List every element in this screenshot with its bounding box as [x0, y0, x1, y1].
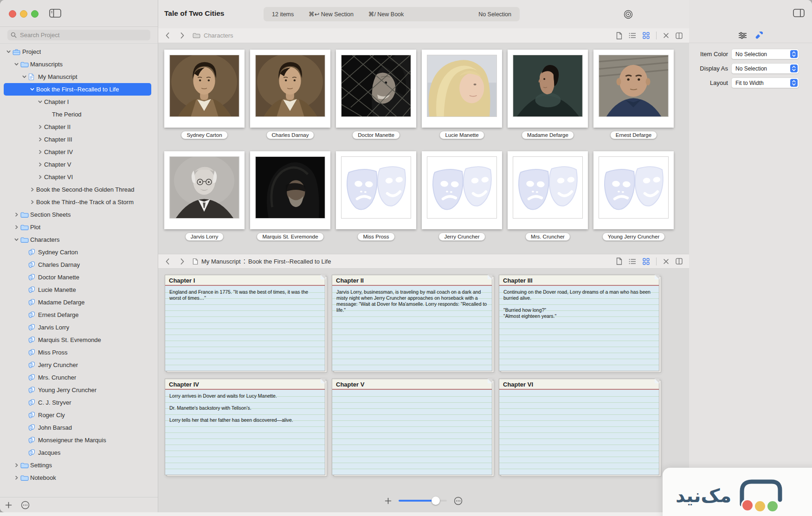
binder-item-marquis-st-evremonde[interactable]: Marquis St. Evremonde — [0, 334, 158, 346]
binder-item-chapter-ii[interactable]: Chapter II — [0, 121, 158, 133]
binder-item-c-j-stryver[interactable]: C. J. Stryver — [0, 396, 158, 409]
chevron-right-icon[interactable] — [36, 162, 44, 167]
index-card-chapter-iv[interactable]: Chapter IVLorry arrives in Dover and wai… — [165, 379, 325, 475]
add-item-button[interactable] — [5, 502, 12, 509]
chevron-right-icon[interactable] — [13, 463, 20, 468]
character-card-jarvis-lorry[interactable]: Jarvis Lorry — [164, 151, 245, 241]
forward-button[interactable] — [180, 32, 185, 39]
new-book-button[interactable]: ⌘/ New Book — [368, 11, 404, 18]
search-input[interactable] — [19, 31, 147, 39]
chevron-right-icon[interactable] — [36, 137, 44, 142]
sliders-icon[interactable] — [738, 32, 747, 39]
card-size-slider[interactable] — [399, 500, 447, 502]
binder-item-jacques[interactable]: Jacques — [0, 446, 158, 459]
split-view-icon[interactable] — [676, 32, 683, 39]
item-color-dropdown[interactable]: No Selection — [731, 49, 799, 59]
chevron-right-icon[interactable] — [36, 149, 44, 155]
decrease-size-icon[interactable] — [385, 497, 392, 504]
binder-item-sydney-carton[interactable]: Sydney Carton — [0, 246, 158, 258]
binder-item-section-sheets[interactable]: Section Sheets — [0, 208, 158, 221]
character-card-madame-defarge[interactable]: Madame Defarge — [508, 50, 588, 139]
binder-item-mrs-cruncher[interactable]: Mrs. Cruncher — [0, 371, 158, 384]
index-card-chapter-iii[interactable]: Chapter IIIContinuing on the Dover road,… — [499, 275, 659, 371]
chevron-right-icon[interactable] — [36, 124, 44, 129]
binder-item-book-the-third-the-track-of-a-storm[interactable]: Book the Third--the Track of a Storm — [0, 196, 158, 208]
character-card-marquis-st-evremonde[interactable]: Marquis St. Evremonde — [250, 151, 330, 241]
character-card-ernest-defarge[interactable]: Ernest Defarge — [593, 50, 674, 139]
chevron-right-icon[interactable] — [13, 475, 20, 480]
binder-item-john-barsad[interactable]: John Barsad — [0, 421, 158, 434]
chevron-right-icon[interactable] — [28, 187, 36, 192]
binder-item-manuscripts[interactable]: Manuscripts — [0, 58, 158, 71]
chevron-right-icon[interactable] — [36, 174, 44, 180]
binder-item-characters[interactable]: Characters — [0, 233, 158, 246]
forward-button[interactable] — [180, 258, 185, 265]
character-card-sydney-carton[interactable]: Sydney Carton — [164, 50, 245, 139]
inspector-toggle-icon[interactable] — [793, 9, 805, 19]
binder-item-miss-pross[interactable]: Miss Pross — [0, 346, 158, 359]
chevron-down-icon[interactable] — [20, 74, 28, 79]
more-options-button[interactable] — [454, 497, 463, 505]
binder-item-chapter-i[interactable]: Chapter I — [0, 96, 158, 108]
binder-item-charles-darnay[interactable]: Charles Darnay — [0, 258, 158, 271]
chevron-down-icon[interactable] — [13, 237, 20, 242]
character-card-mrs-cruncher[interactable]: Mrs. Cruncher — [508, 151, 588, 241]
binder-item-ernest-defarge[interactable]: Ernest Defarge — [0, 309, 158, 321]
binder-item-chapter-iii[interactable]: Chapter III — [0, 133, 158, 146]
paintbrush-icon[interactable] — [755, 32, 763, 39]
binder-item-my-manuscript[interactable]: My Manuscript — [0, 71, 158, 83]
character-card-lucie-manette[interactable]: Lucie Manette — [422, 50, 502, 139]
binder-item-lucie-manette[interactable]: Lucie Manette — [0, 284, 158, 296]
new-section-button[interactable]: ⌘↩ New Section — [309, 11, 354, 18]
index-card-chapter-i[interactable]: Chapter IEngland and France in 1775. "It… — [165, 275, 325, 371]
outline-view-icon[interactable] — [629, 258, 636, 264]
split-view-icon[interactable] — [676, 258, 683, 264]
close-window-button[interactable] — [9, 10, 16, 18]
display-as-dropdown[interactable]: No Selection — [731, 63, 799, 74]
binder-item-chapter-vi[interactable]: Chapter VI — [0, 171, 158, 183]
index-card-chapter-vi[interactable]: Chapter VI — [499, 379, 659, 475]
target-icon[interactable] — [623, 9, 633, 21]
chevron-right-icon[interactable] — [13, 225, 20, 230]
binder-item-the-period[interactable]: The Period — [0, 108, 158, 121]
close-pane-icon[interactable] — [663, 32, 669, 39]
back-button[interactable] — [165, 258, 170, 265]
sidebar-toggle-icon[interactable] — [49, 9, 61, 19]
chevron-right-icon[interactable] — [28, 200, 36, 205]
index-card-chapter-ii[interactable]: Chapter IIJarvis Lorry, businessman, is … — [332, 275, 492, 371]
binder-item-jarvis-lorry[interactable]: Jarvis Lorry — [0, 321, 158, 334]
slider-knob[interactable] — [432, 497, 440, 505]
binder-item-book-the-first-recalled-to-life[interactable]: Book the First--Recalled to Life — [4, 83, 151, 96]
character-card-jerry-cruncher[interactable]: Jerry Cruncher — [422, 151, 502, 241]
chevron-down-icon[interactable] — [13, 62, 20, 67]
character-card-miss-pross[interactable]: Miss Pross — [336, 151, 416, 241]
zoom-window-button[interactable] — [31, 10, 39, 18]
character-card-young-jerry-cruncher[interactable]: Young Jerry Cruncher — [593, 151, 674, 241]
binder-item-project[interactable]: Project — [0, 45, 158, 58]
binder-item-young-jerry-cruncher[interactable]: Young Jerry Cruncher — [0, 384, 158, 396]
layout-dropdown[interactable]: Fit to Width — [731, 77, 799, 88]
binder-item-doctor-manette[interactable]: Doctor Manette — [0, 271, 158, 284]
chevron-down-icon[interactable] — [5, 49, 13, 54]
corkboard-view-icon[interactable] — [643, 32, 650, 39]
binder-item-monseigneur-the-marquis[interactable]: Monseigneur the Marquis — [0, 434, 158, 446]
chevron-right-icon[interactable] — [13, 212, 20, 217]
binder-item-plot[interactable]: Plot — [0, 221, 158, 233]
document-view-icon[interactable] — [616, 32, 622, 39]
minimize-window-button[interactable] — [20, 10, 27, 18]
binder-item-settings[interactable]: Settings — [0, 459, 158, 471]
document-view-icon[interactable] — [616, 258, 622, 265]
character-card-charles-darnay[interactable]: Charles Darnay — [250, 50, 330, 139]
chevron-down-icon[interactable] — [36, 99, 44, 104]
character-card-doctor-manette[interactable]: Doctor Manette — [336, 50, 416, 139]
corkboard-view-icon[interactable] — [643, 258, 650, 265]
close-pane-icon[interactable] — [663, 258, 669, 264]
search-field[interactable] — [7, 30, 150, 40]
more-options-button[interactable] — [21, 501, 30, 510]
binder-item-notebook[interactable]: Notebook — [0, 471, 158, 484]
chevron-down-icon[interactable] — [28, 87, 36, 92]
outline-view-icon[interactable] — [629, 32, 636, 39]
binder-item-jerry-cruncher[interactable]: Jerry Cruncher — [0, 359, 158, 371]
binder-item-madame-defarge[interactable]: Madame Defarge — [0, 296, 158, 309]
binder-item-chapter-v[interactable]: Chapter V — [0, 158, 158, 171]
